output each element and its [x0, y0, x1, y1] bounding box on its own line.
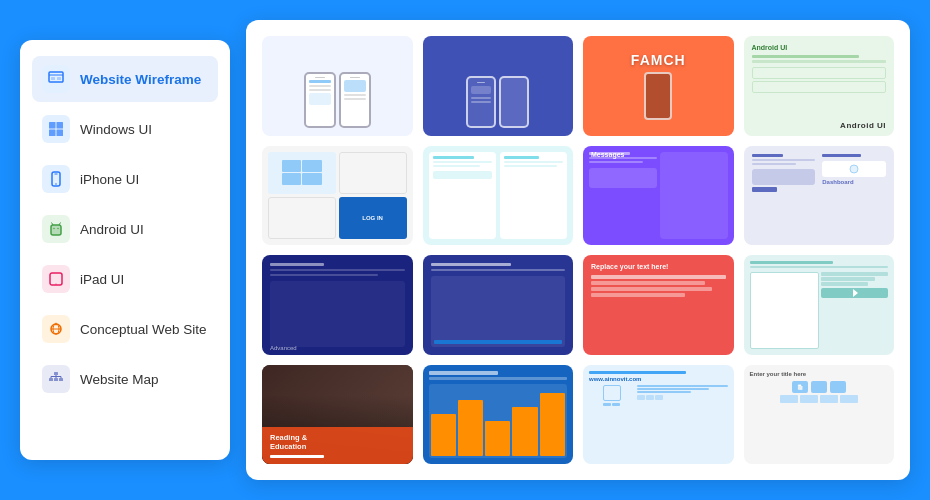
svg-rect-15 — [50, 273, 62, 285]
sidebar-item-iphone-ui[interactable]: iPhone UI — [32, 156, 218, 202]
sidebar-item-website-map[interactable]: Website Map — [32, 356, 218, 402]
grid-item-2[interactable] — [423, 36, 574, 136]
svg-rect-6 — [49, 130, 56, 137]
conceptual-icon — [42, 315, 70, 343]
svg-rect-4 — [49, 122, 56, 129]
template-grid: FAMCH Android UI — [262, 36, 894, 464]
grid-item-5[interactable]: LOG IN — [262, 146, 413, 246]
svg-point-20 — [55, 323, 58, 326]
sidebar-item-website-wireframe[interactable]: Website Wireframe — [32, 56, 218, 102]
svg-rect-21 — [54, 372, 58, 375]
grid-item-9[interactable]: Advanced — [262, 255, 413, 355]
sidebar-item-label-android-ui: Android UI — [80, 222, 144, 237]
svg-rect-5 — [57, 122, 64, 129]
grid-item-11[interactable]: Replace your text here! — [583, 255, 734, 355]
svg-rect-7 — [57, 130, 64, 137]
svg-rect-3 — [57, 77, 61, 80]
svg-point-30 — [850, 165, 858, 173]
svg-point-14 — [57, 228, 58, 229]
android-icon — [42, 215, 70, 243]
grid-item-8[interactable]: Dashboard — [744, 146, 895, 246]
sidebar-item-label-ipad-ui: iPad UI — [80, 272, 124, 287]
svg-rect-24 — [59, 378, 63, 381]
grid-item-15[interactable]: www.ainnovit.com — [583, 365, 734, 465]
svg-rect-22 — [49, 378, 53, 381]
iphone-icon — [42, 165, 70, 193]
grid-item-4[interactable]: Android UI Android UI — [744, 36, 895, 136]
svg-point-16 — [55, 283, 56, 284]
svg-rect-23 — [54, 378, 58, 381]
sidebar-item-label-website-wireframe: Website Wireframe — [80, 72, 201, 87]
sitemap-icon — [42, 365, 70, 393]
grid-item-16[interactable]: Enter your title here 📄 — [744, 365, 895, 465]
grid-item-10[interactable] — [423, 255, 574, 355]
wireframe-icon — [42, 65, 70, 93]
sidebar-item-label-iphone-ui: iPhone UI — [80, 172, 139, 187]
main-content: FAMCH Android UI — [246, 20, 910, 480]
svg-point-10 — [55, 183, 57, 185]
grid-item-13[interactable]: Reading &Education — [262, 365, 413, 465]
sidebar-item-label-website-map: Website Map — [80, 372, 159, 387]
sidebar-item-windows-ui[interactable]: Windows UI — [32, 106, 218, 152]
svg-rect-11 — [51, 225, 61, 235]
svg-rect-0 — [49, 72, 63, 82]
grid-item-7[interactable]: Messages — [583, 146, 734, 246]
sidebar-item-conceptual-web[interactable]: Conceptual Web Site — [32, 306, 218, 352]
sidebar: Website Wireframe Windows UI iPhone UI A… — [20, 40, 230, 460]
grid-item-12[interactable] — [744, 255, 895, 355]
svg-point-13 — [53, 228, 54, 229]
grid-item-6[interactable] — [423, 146, 574, 246]
windows-icon — [42, 115, 70, 143]
grid-item-1[interactable] — [262, 36, 413, 136]
sidebar-item-label-windows-ui: Windows UI — [80, 122, 152, 137]
sidebar-item-label-conceptual-web: Conceptual Web Site — [80, 322, 207, 337]
ipad-icon — [42, 265, 70, 293]
sidebar-item-android-ui[interactable]: Android UI — [32, 206, 218, 252]
sidebar-item-ipad-ui[interactable]: iPad UI — [32, 256, 218, 302]
grid-label-4: Android UI — [840, 121, 886, 130]
grid-item-3[interactable]: FAMCH — [583, 36, 734, 136]
android-ui-label: Android UI — [752, 44, 887, 51]
grid-item-14[interactable] — [423, 365, 574, 465]
svg-rect-2 — [51, 77, 55, 80]
